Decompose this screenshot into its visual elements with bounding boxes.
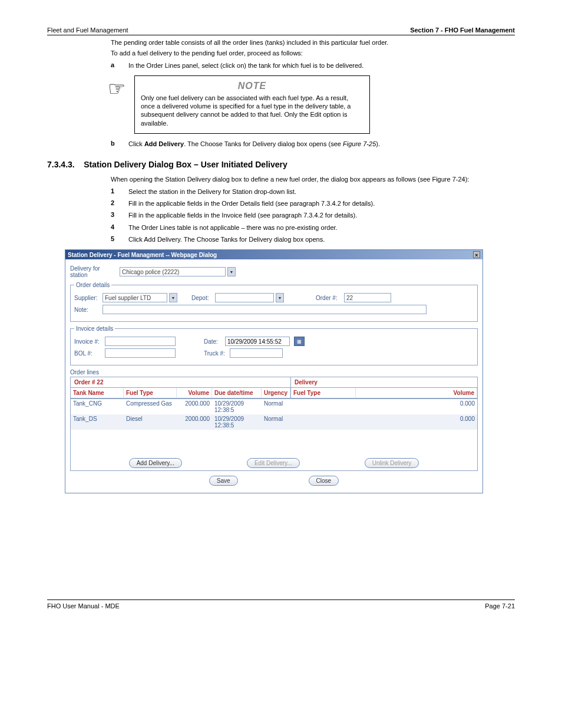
table-row[interactable]: Tank_CNG Compressed Gas 2000.000 10/29/2… — [71, 399, 477, 414]
step-b: b Click Add Delivery. The Choose Tanks f… — [111, 140, 515, 148]
col-due: Due date/time — [212, 388, 262, 398]
chevron-down-icon[interactable]: ▼ — [169, 293, 177, 302]
order-lines-label: Order lines — [70, 369, 478, 375]
cell-fuel: Compressed Gas — [124, 399, 177, 414]
station-delivery-dialog: Station Delivery - Fuel Managment -- Web… — [65, 249, 483, 493]
col-volume: Volume — [177, 388, 212, 398]
s1-num: 1 — [111, 187, 128, 196]
cell-fuel: Diesel — [124, 414, 177, 430]
unlink-delivery-button[interactable]: Unlink Delivery — [365, 458, 419, 468]
chevron-down-icon[interactable]: ▼ — [227, 267, 236, 276]
header-left: Fleet and Fuel Management — [47, 27, 128, 34]
cell-due: 10/29/2009 12:38:5 — [212, 414, 262, 430]
depot-select[interactable] — [215, 293, 274, 302]
cell-tank: Tank_CNG — [71, 399, 124, 414]
station-delivery-dialog-figure: Station Delivery - Fuel Managment -- Web… — [65, 249, 515, 493]
step-b-afterlink: ). — [376, 140, 380, 147]
header-right: Section 7 - FHO Fuel Management — [410, 27, 515, 34]
dialog-title-text: Station Delivery - Fuel Managment -- Web… — [68, 252, 217, 258]
invoice-legend: Invoice details — [74, 325, 115, 332]
footer-right: Page 7-21 — [485, 602, 515, 610]
cell-tank: Tank_DS — [71, 414, 124, 430]
step-a-text: In the Order Lines panel, select (click … — [128, 61, 515, 70]
footer-left: FHO User Manual - MDE — [47, 602, 120, 610]
add-delivery-button[interactable]: Add Delivery... — [129, 458, 182, 468]
cell-volume: 2000.000 — [177, 399, 212, 414]
delivery-section-title: Delivery — [291, 377, 477, 388]
edit-delivery-button[interactable]: Edit Delivery... — [247, 458, 300, 468]
col-dfuel: Fuel Type — [291, 388, 356, 398]
cell-urgency: Normal — [262, 399, 289, 414]
cell-dvolume: 0.000 — [353, 399, 477, 414]
order-number-input[interactable] — [344, 293, 391, 302]
s4-text: The Order Lines table is not applicable … — [128, 223, 515, 232]
order-number-label: Order #: — [316, 295, 342, 301]
step-b-num: b — [111, 140, 128, 148]
bol-label: BOL #: — [74, 350, 103, 357]
cell-dvolume: 0.000 — [353, 414, 477, 430]
table-row[interactable]: Tank_DS Diesel 2000.000 10/29/2009 12:38… — [71, 414, 477, 430]
order-details-panel: Order details Supplier: ▼ Depot: ▼ Order… — [70, 282, 478, 322]
step-a-num: a — [111, 61, 128, 70]
note-input[interactable] — [103, 305, 427, 314]
delivery-for-station-label: Delivery for station — [70, 265, 117, 278]
note-box: NOTE Only one fuel delivery can be assoc… — [134, 75, 370, 134]
step-a: a In the Order Lines panel, select (clic… — [111, 61, 515, 70]
subsection-heading: 7.3.4.3. Station Delivery Dialog Box – U… — [47, 160, 515, 169]
step-b-text: Click Add Delivery. The Choose Tanks for… — [128, 140, 515, 148]
col-urgency: Urgency — [262, 388, 290, 398]
calendar-icon[interactable]: ▦ — [294, 337, 305, 346]
supplier-select[interactable] — [103, 293, 167, 302]
s5-num: 5 — [111, 235, 128, 243]
order-details-legend: Order details — [74, 282, 111, 288]
s1-text: Select the station in the Delivery for S… — [128, 187, 515, 196]
cell-volume: 2000.000 — [177, 414, 212, 430]
cell-dfuel — [289, 414, 353, 430]
s2-num: 2 — [111, 199, 128, 207]
step-b-after: . The Choose Tanks for Delivery dialog b… — [184, 140, 343, 147]
supplier-label: Supplier: — [74, 295, 100, 301]
subsection-number: 7.3.4.3. — [47, 160, 75, 169]
note-title: NOTE — [141, 81, 363, 91]
order-section-title: Order # 22 — [71, 377, 290, 388]
col-dvolume: Volume — [356, 388, 477, 398]
cell-dfuel — [289, 399, 353, 414]
invoice-input[interactable] — [105, 337, 176, 346]
note-text: Only one fuel delivery can be associated… — [141, 94, 363, 127]
truck-input[interactable] — [230, 348, 283, 358]
station-select[interactable] — [120, 267, 226, 276]
s3-num: 3 — [111, 211, 128, 219]
note-pointing-hand-icon: ☞ — [99, 75, 134, 134]
cell-due: 10/29/2009 12:38:5 — [212, 399, 262, 414]
truck-label: Truck #: — [204, 350, 227, 357]
note-label: Note: — [74, 307, 100, 313]
depot-label: Depot: — [191, 295, 213, 301]
bol-input[interactable] — [105, 348, 176, 358]
close-icon[interactable]: × — [473, 251, 480, 258]
subsection-title: Station Delivery Dialog Box – User Initi… — [84, 160, 287, 169]
intro-line-2: To add a fuel delivery to the pending fu… — [111, 49, 515, 57]
note-block: ☞ NOTE Only one fuel delivery can be ass… — [99, 75, 515, 134]
s3-text: Fill in the applicable fields in the Inv… — [128, 211, 515, 219]
date-input[interactable] — [225, 337, 290, 346]
page-footer: FHO User Manual - MDE Page 7-21 — [47, 599, 515, 610]
close-button[interactable]: Close — [309, 476, 339, 486]
invoice-label: Invoice #: — [74, 338, 103, 345]
intro-line-1: The pending order table consists of all … — [111, 38, 515, 47]
cell-urgency: Normal — [262, 414, 289, 430]
invoice-details-panel: Invoice details Invoice #: Date: ▦ BOL #… — [70, 325, 478, 365]
step-b-bold: Add Delivery — [144, 140, 184, 147]
col-tank-name: Tank Name — [71, 388, 124, 398]
save-button[interactable]: Save — [209, 476, 238, 486]
s5-text: Click Add Delivery. The Choose Tanks for… — [128, 235, 515, 243]
step-b-link: Figure 7-25 — [343, 140, 376, 147]
s4-num: 4 — [111, 223, 128, 232]
step-b-before: Click — [128, 140, 144, 147]
sub-text: When opening the Station Delivery dialog… — [111, 175, 515, 183]
dialog-titlebar: Station Delivery - Fuel Managment -- Web… — [65, 250, 482, 259]
date-label: Date: — [204, 338, 223, 345]
s2-text: Fill in the applicable fields in the Ord… — [128, 199, 515, 207]
chevron-down-icon[interactable]: ▼ — [276, 293, 284, 302]
order-lines-table: Order # 22 Tank Name Fuel Type Volume Du… — [70, 377, 478, 471]
col-fuel-type: Fuel Type — [124, 388, 177, 398]
